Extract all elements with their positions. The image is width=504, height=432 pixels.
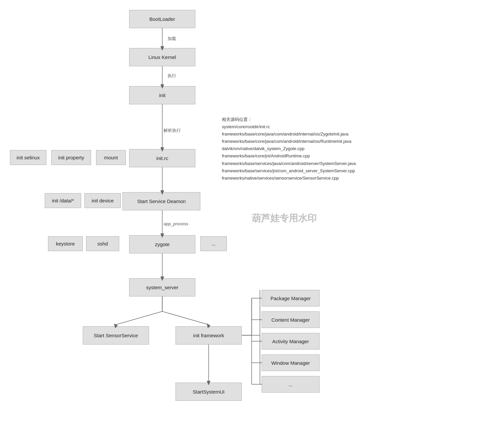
exec-label: 执行 [168, 73, 176, 79]
activity-manager-label: Activity Manager [272, 339, 309, 344]
source-info: 相关源码位置： system/core/rootdir/init.rc fram… [222, 116, 356, 182]
start-system-ui-label: StartSystemUi [193, 389, 225, 395]
source-line-2: frameworks/base/core/java/com/android/in… [222, 138, 356, 145]
start-sensor-box: Start SensorService [83, 326, 149, 345]
mount-label: mount [104, 155, 118, 160]
init-box: init [129, 86, 195, 104]
window-manager-label: Window Manager [271, 360, 310, 366]
sshd-label: sshd [97, 241, 108, 246]
content-manager-box: Content Manager [262, 311, 320, 328]
system-server-label: system_server [146, 285, 178, 290]
arrows-svg [0, 0, 504, 432]
source-line-3: dalvik/vm/native/dalvik_system_Zygote.cp… [222, 145, 356, 152]
init-rc-label: init.rc [156, 155, 168, 161]
sshd-box: sshd [86, 236, 119, 251]
init-data-label: init /data/* [52, 198, 74, 203]
bootloader-box: BootLoader [129, 10, 195, 28]
svg-line-14 [116, 311, 162, 325]
parse-exec-label: 解析执行 [164, 128, 181, 134]
linux-kernel-label: Linux Kernel [148, 54, 176, 60]
init-data-box: init /data/* [45, 193, 81, 208]
dots1-box: ... [200, 236, 227, 251]
dots2-label: ... [288, 382, 293, 387]
content-manager-label: Content Manager [272, 317, 310, 323]
zygote-box: zygote [129, 235, 195, 253]
source-line-1: frameworks/base/core/java/com/android/in… [222, 131, 356, 138]
source-line-5: frameworks/base/services/java/com/androi… [222, 160, 356, 167]
init-label: init [159, 92, 165, 98]
keystore-box: keystore [48, 236, 83, 251]
svg-line-17 [162, 311, 209, 325]
source-line-4: frameworks/base/core/jni/AndroidRuntime.… [222, 152, 356, 160]
init-framework-box: init framework [176, 326, 242, 345]
bootloader-label: BootLoader [149, 16, 175, 22]
init-rc-box: init.rc [129, 149, 195, 167]
linux-kernel-box: Linux Kernel [129, 48, 195, 66]
init-framework-label: init framework [193, 333, 224, 338]
load-label: 加载 [168, 36, 176, 42]
window-manager-box: Window Manager [262, 354, 320, 371]
init-property-label: init property [58, 155, 84, 160]
start-service-label: Start Service Deamon [137, 198, 186, 204]
package-manager-box: Package Manager [262, 290, 320, 306]
watermark: 葫芦娃专用水印 [252, 212, 317, 225]
system-server-box: system_server [129, 278, 195, 297]
package-manager-label: Package Manager [271, 296, 311, 301]
source-line-0: system/core/rootdir/init.rc [222, 123, 356, 131]
source-title: 相关源码位置： [222, 116, 356, 123]
start-sensor-label: Start SensorService [94, 333, 138, 338]
init-device-label: init device [92, 198, 114, 203]
keystore-label: keystore [56, 241, 75, 246]
app-process-label: app_process [164, 221, 188, 226]
mount-box: mount [96, 150, 126, 165]
source-line-7: frameworks/native/services/sensorservice… [222, 175, 356, 182]
start-service-box: Start Service Deamon [123, 192, 200, 210]
source-line-6: frameworks/base/services/jni/com_android… [222, 167, 356, 175]
dots1-label: ... [212, 241, 216, 246]
dots2-box: ... [262, 376, 320, 393]
init-selinux-box: init selinux [10, 150, 46, 165]
zygote-label: zygote [155, 242, 170, 247]
init-property-box: init property [51, 150, 91, 165]
init-selinux-label: init selinux [17, 155, 40, 160]
activity-manager-box: Activity Manager [262, 333, 320, 350]
init-device-box: init device [84, 193, 121, 208]
start-system-ui-box: StartSystemUi [176, 383, 242, 401]
